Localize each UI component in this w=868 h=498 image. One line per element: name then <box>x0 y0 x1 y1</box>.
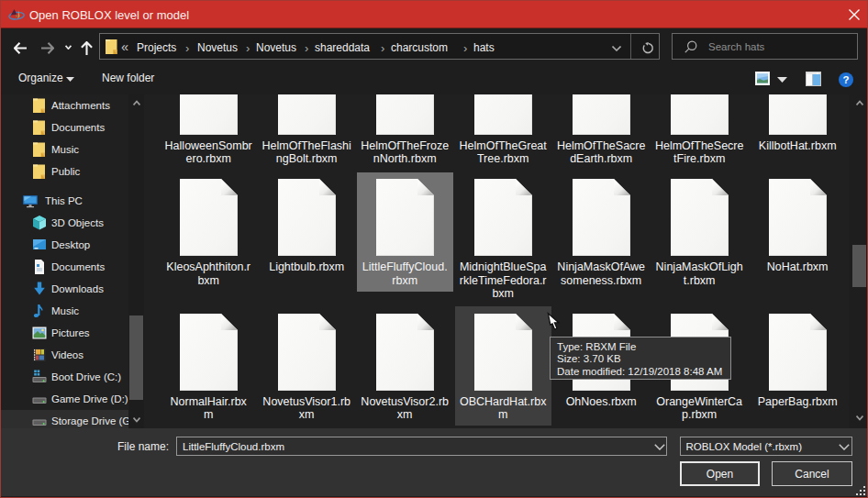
svg-text:?: ? <box>842 74 849 85</box>
